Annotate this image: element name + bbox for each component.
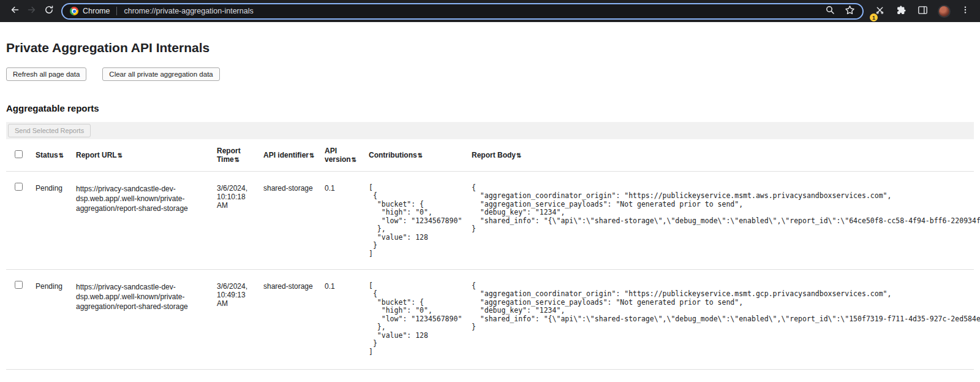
table-header-row: Status⇅ Report URL⇅ Report Time⇅ API ide… — [6, 139, 974, 171]
omnibox-separator — [116, 7, 117, 15]
send-selected-button[interactable]: Send Selected Reports — [8, 124, 91, 137]
zoom-icon[interactable] — [825, 5, 835, 17]
section-title: Aggregatable reports — [6, 103, 974, 113]
side-panel-button[interactable] — [914, 2, 931, 20]
col-header-contributions[interactable]: Contributions⇅ — [369, 139, 472, 171]
sort-icon: ⇅ — [352, 156, 356, 163]
cell-contributions: [ { "bucket": { "high": "0", "low": "123… — [369, 269, 472, 369]
side-panel-icon — [918, 5, 928, 18]
cell-api-identifier: shared-storage — [263, 269, 325, 369]
col-header-label: Contributions — [369, 151, 417, 159]
omnibox-product-label: Chrome — [83, 7, 110, 15]
chrome-logo-icon — [70, 7, 78, 15]
select-all-checkbox[interactable] — [15, 150, 23, 158]
pinned-extension-button[interactable]: 1 — [871, 2, 888, 20]
reports-toolbar: Send Selected Reports — [6, 122, 974, 139]
row-checkbox[interactable] — [15, 281, 23, 289]
browser-toolbar: Chrome chrome://private-aggregation-inte… — [0, 0, 980, 22]
cell-report-body: { "aggregation_coordinator_origin": "htt… — [472, 269, 974, 369]
forward-button[interactable] — [23, 2, 40, 20]
sort-icon: ⇅ — [516, 152, 521, 159]
col-header-status[interactable]: Status⇅ — [36, 139, 76, 171]
cell-contributions: [ { "bucket": { "high": "0", "low": "123… — [369, 171, 472, 269]
profile-avatar — [938, 5, 951, 18]
extensions-button[interactable] — [892, 2, 910, 20]
cell-status: Pending — [36, 171, 76, 269]
browser-menu-button[interactable] — [957, 2, 974, 20]
cell-status: Pending — [36, 269, 76, 369]
sort-icon: ⇅ — [235, 156, 239, 163]
reports-table: Status⇅ Report URL⇅ Report Time⇅ API ide… — [6, 139, 974, 370]
col-header-label: API identifier — [263, 151, 309, 159]
reload-icon — [44, 5, 54, 17]
page-actions: Refresh all page data Clear all private … — [6, 67, 974, 81]
col-header-api-identifier[interactable]: API identifier⇅ — [263, 139, 325, 171]
profile-button[interactable] — [935, 2, 952, 20]
col-header-label: Report URL — [76, 151, 117, 159]
back-button[interactable] — [6, 2, 23, 20]
cell-report-time: 3/6/2024, 10:49:13 AM — [217, 269, 263, 369]
row-checkbox[interactable] — [15, 183, 23, 191]
sort-icon: ⇅ — [59, 152, 64, 159]
three-dot-menu-icon — [961, 6, 970, 17]
cell-report-time: 3/6/2024, 10:10:18 AM — [217, 171, 263, 269]
col-header-report-time[interactable]: Report Time⇅ — [217, 139, 263, 171]
omnibox-url-text: chrome://private-aggregation-internals — [124, 7, 825, 15]
col-header-label: API version — [325, 147, 351, 164]
col-header-api-version[interactable]: API version⇅ — [325, 139, 369, 171]
extension-badge: 1 — [870, 13, 878, 21]
cell-api-version: 0.1 — [325, 171, 369, 269]
cell-report-url: https://privacy-sandcastle-dev-dsp.web.a… — [76, 269, 217, 369]
reload-button[interactable] — [40, 2, 58, 20]
col-header-report-url[interactable]: Report URL⇅ — [76, 139, 217, 171]
clear-all-button[interactable]: Clear all private aggregation data — [102, 67, 219, 81]
cell-api-identifier: shared-storage — [263, 171, 325, 269]
cell-report-body: { "aggregation_coordinator_origin": "htt… — [472, 171, 974, 269]
col-header-label: Report Body — [472, 151, 516, 159]
puzzle-icon — [896, 5, 907, 18]
col-header-report-body[interactable]: Report Body⇅ — [472, 139, 974, 171]
back-icon — [10, 5, 20, 17]
bookmark-star-icon[interactable] — [845, 5, 855, 18]
col-header-label: Status — [36, 151, 58, 159]
omnibox[interactable]: Chrome chrome://private-aggregation-inte… — [61, 3, 864, 20]
sort-icon: ⇅ — [309, 152, 314, 159]
table-row: Pending https://privacy-sandcastle-dev-d… — [6, 171, 974, 269]
cell-report-url: https://privacy-sandcastle-dev-dsp.web.a… — [76, 171, 217, 269]
sort-icon: ⇅ — [418, 152, 423, 159]
page-content: Private Aggregation API Internals Refres… — [0, 40, 980, 370]
cell-api-version: 0.1 — [325, 269, 369, 369]
sort-icon: ⇅ — [118, 152, 123, 159]
page-title: Private Aggregation API Internals — [6, 40, 974, 55]
refresh-all-button[interactable]: Refresh all page data — [6, 67, 86, 81]
table-row: Pending https://privacy-sandcastle-dev-d… — [6, 269, 974, 369]
forward-icon — [27, 5, 37, 17]
